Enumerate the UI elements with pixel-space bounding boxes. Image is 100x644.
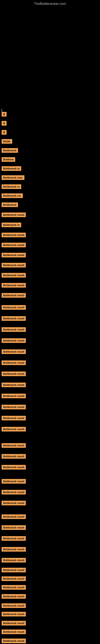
bottleneck-label-row: Bottleneck re [1, 222, 21, 228]
bottleneck-label: Bottleneck re [1, 166, 21, 171]
bottleneck-label-row: Bottleneck result [1, 283, 26, 288]
bottleneck-label: Bottleneck re [1, 184, 21, 189]
bottleneck-label-row: Bottleneck result [1, 394, 26, 399]
bottleneck-label-row: Bottleneck result [1, 372, 26, 377]
bottleneck-label: Bottleneck result [1, 465, 26, 470]
bottleneck-label: Bottleneck result [1, 479, 26, 484]
bottleneck-label-row: Bottleneck result [1, 273, 26, 278]
bottleneck-label-row: Bottleneck result [1, 621, 26, 626]
bottleneck-label-row: Bottleneck result [1, 316, 26, 322]
bottleneck-label: Bottleneck result [1, 547, 26, 552]
bottleneck-label-row: Bottleneck result [1, 243, 26, 248]
bottleneck-label: B [1, 130, 7, 135]
bottleneck-label: Bottleneck result [1, 576, 26, 581]
bottleneck-label-row: Bottleneck result [1, 405, 26, 410]
bottleneck-label: Bottleneck result [1, 263, 26, 268]
bottleneck-label-row: Bottleneck result [1, 558, 26, 563]
bottleneck-label-row: Bottleneck result [1, 514, 26, 520]
bottleneck-label: Bottleneck [1, 148, 18, 153]
bottleneck-label: Bottleneck result [1, 558, 26, 562]
bottleneck-label-row: Bottleneck re [1, 184, 21, 190]
bottleneck-label-row: Bottle [1, 139, 12, 144]
bottleneck-label: Bottle [1, 139, 12, 144]
bottleneck-label: Bottleneck result [1, 603, 26, 608]
bottleneck-label-row: Bottleneck result [1, 576, 26, 582]
bottleneck-label: Bottleneck result [1, 501, 26, 505]
bottleneck-label-row: Bottleneck result [1, 305, 26, 310]
bottleneck-label-row: Bottleneck result [1, 416, 26, 421]
bottleneck-label: Bottleneck result [1, 514, 26, 519]
bottleneck-label: Bottleneck result [1, 360, 26, 365]
bottleneck-label-row: B [1, 121, 7, 126]
bottleneck-label-row: Bottleneck result [1, 382, 26, 388]
bottleneck-label: Bottleneck result [1, 327, 26, 332]
bottleneck-label-row: Bottleneck result [1, 568, 26, 573]
bottleneck-label-row: Bottleneck result [1, 630, 26, 635]
bottleneck-label: Bottleneck result [1, 416, 26, 420]
bottleneck-label: Bottleneck result [1, 305, 26, 310]
bottleneck-label-row: Bottleneck result [1, 638, 26, 644]
bottleneck-label-row: Bottleneck result [1, 253, 26, 258]
bottleneck-label: Bottleneck result [1, 293, 26, 298]
bottleneck-label-row: Bottleneck result [1, 427, 26, 432]
bottleneck-label-row: Bottlene [1, 157, 15, 162]
bottleneck-label: Bottleneck result [1, 405, 26, 409]
bottleneck-label: Bottlene [1, 157, 15, 162]
bottleneck-label-row: Bottleneck result [1, 501, 26, 506]
bottleneck-label-row: Bottleneck [1, 148, 18, 154]
bottleneck-label: Bottleneck result [1, 394, 26, 398]
bottleneck-label-row: Bottleneck result [1, 454, 26, 460]
bottleneck-label: Bottleneck re [1, 222, 21, 227]
bottleneck-label-row: Bottleneck result [1, 465, 26, 470]
bottleneck-label: Bottleneck result [1, 536, 26, 541]
bottleneck-label-row: Bottleneck res [1, 194, 23, 199]
bottleneck-label: Bottleneck result [1, 427, 26, 432]
bottleneck-label-row: Bottleneck result [1, 479, 26, 484]
bottleneck-label-row: Bottleneck result [1, 585, 26, 590]
bottleneck-label: Bottleneck result [1, 283, 26, 288]
bottleneck-label: Bottleneck result [1, 273, 26, 278]
bottleneck-label-row: B [1, 112, 7, 117]
bottleneck-label-row: Bottleneck result [1, 263, 26, 268]
bottleneck-label: Bottleneck result [1, 372, 26, 376]
bottleneck-label: Bottleneck result [1, 253, 26, 258]
bottleneck-label-row: Bottleneck result [1, 293, 26, 298]
bottleneck-label: Bottleneck result [1, 525, 26, 530]
bottleneck-label: Bottleneck result [1, 212, 26, 217]
bottleneck-label-row: Bottleneck result [1, 212, 26, 218]
bottleneck-label-row: Bottleneck result [1, 525, 26, 531]
bottleneck-label: Bottleneck result [1, 568, 26, 572]
bottleneck-label: B [1, 121, 7, 126]
bottleneck-label: Bottleneck result [1, 233, 26, 237]
bottleneck-label-row: Bottleneck result [1, 233, 26, 238]
bottleneck-label: Bottleneck result [1, 443, 26, 448]
bottleneck-label: Bottleneck res [1, 194, 23, 198]
bottleneck-label-row: Bottleneck result [1, 360, 26, 366]
bottleneck-label: Bottleneck result [1, 594, 26, 599]
bottleneck-label: Bottleneck result [1, 621, 26, 626]
bottleneck-label-row: Bottleneck result [1, 443, 26, 448]
site-title: TheBottlenecker.com [0, 0, 100, 7]
bottleneck-label: Bottleneck result [1, 638, 26, 643]
bottleneck-label: Bottleneck result [1, 585, 26, 590]
bottleneck-label-row: Bottleneck re [1, 166, 21, 172]
bottleneck-label-row: Bottleneck result [1, 327, 26, 333]
bottleneck-label: Bottleneck result [1, 338, 26, 343]
bottleneck-label: Bottleneck result [1, 612, 26, 616]
bottleneck-label-row: Bottleneck [1, 202, 18, 208]
bottleneck-label: Bottleneck resu [1, 175, 24, 180]
bottleneck-label: Bottleneck [1, 202, 18, 207]
bottleneck-label-row: Bottleneck result [1, 349, 26, 355]
bottleneck-label: Bottleneck result [1, 316, 26, 321]
bottleneck-label: Bottleneck result [1, 454, 26, 459]
bottleneck-label: Bottleneck result [1, 243, 26, 247]
bottleneck-label: Bottleneck result [1, 630, 26, 634]
bottleneck-label: B [1, 112, 7, 116]
bottleneck-label-row: Bottleneck result [1, 536, 26, 542]
bottleneck-label: Bottleneck result [1, 349, 26, 354]
bottleneck-label-row: Bottleneck result [1, 490, 26, 495]
bottleneck-label-row: Bottleneck result [1, 612, 26, 617]
bottleneck-label-row: B [1, 130, 7, 136]
bottleneck-label-row: Bottleneck result [1, 338, 26, 344]
bottleneck-label: Bottleneck result [1, 382, 26, 387]
